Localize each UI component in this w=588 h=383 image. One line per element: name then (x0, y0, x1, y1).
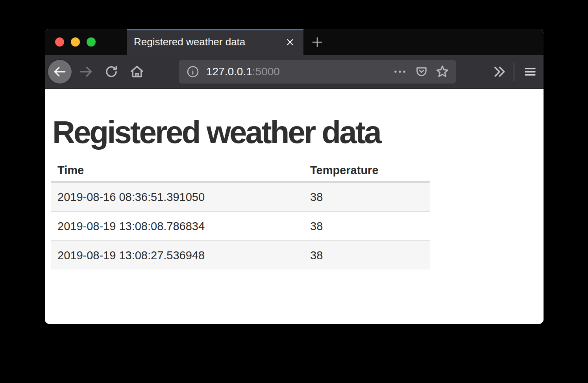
back-button[interactable] (47, 59, 72, 84)
page-content: Registered weather data Time Temperature… (45, 89, 544, 324)
column-header-time: Time (51, 157, 304, 182)
temperature-cell: 38 (304, 182, 430, 212)
site-info-button[interactable] (186, 65, 200, 79)
temperature-cell: 38 (304, 212, 430, 241)
tab-strip: Registered weather data (45, 29, 544, 55)
table-row: 2019-08-19 13:08:27.536948 38 (51, 241, 430, 270)
chevron-double-right-icon (492, 64, 507, 80)
page-actions-button[interactable] (392, 64, 408, 79)
url-port: :5000 (252, 65, 280, 78)
home-icon (129, 64, 145, 80)
reload-button[interactable] (104, 64, 119, 79)
overflow-menu-button[interactable] (491, 64, 508, 80)
page-title: Registered weather data (52, 116, 544, 149)
weather-table: Time Temperature 2019-08-16 08:36:51.391… (51, 157, 430, 270)
time-cell: 2019-08-16 08:36:51.391050 (51, 182, 304, 212)
browser-tab[interactable]: Registered weather data (127, 29, 303, 55)
new-tab-button[interactable] (309, 33, 326, 51)
arrow-right-icon (78, 64, 94, 80)
plus-icon (310, 35, 324, 49)
hamburger-icon (523, 64, 538, 79)
table-row: 2019-08-16 08:36:51.391050 38 (51, 182, 430, 212)
info-icon (186, 65, 200, 79)
star-icon (435, 64, 450, 80)
temperature-cell: 38 (304, 241, 430, 270)
tab-close-button[interactable] (282, 34, 298, 50)
tab-title: Registered weather data (134, 36, 282, 48)
arrow-left-icon (52, 64, 67, 79)
bookmark-star-button[interactable] (434, 64, 451, 80)
app-menu-button[interactable] (522, 64, 538, 79)
minimize-window-button[interactable] (71, 37, 80, 46)
navigation-toolbar: 127.0.0.1:5000 (45, 55, 544, 89)
zoom-window-button[interactable] (87, 37, 96, 46)
url-text: 127.0.0.1:5000 (206, 65, 280, 78)
pocket-button[interactable] (414, 65, 429, 79)
column-header-temperature: Temperature (304, 157, 430, 182)
time-cell: 2019-08-19 13:08:08.786834 (51, 212, 304, 241)
ellipsis-icon (392, 64, 407, 79)
url-host: 127.0.0.1 (206, 65, 252, 78)
reload-icon (104, 64, 119, 79)
table-header-row: Time Temperature (51, 157, 430, 182)
table-row: 2019-08-19 13:08:08.786834 38 (51, 212, 430, 241)
browser-window: Registered weather data (45, 29, 544, 324)
url-bar[interactable]: 127.0.0.1:5000 (179, 60, 456, 84)
close-icon (285, 37, 295, 47)
time-cell: 2019-08-19 13:08:27.536948 (51, 241, 304, 270)
forward-button[interactable] (78, 64, 94, 80)
home-button[interactable] (129, 64, 145, 80)
pocket-icon (414, 65, 429, 79)
toolbar-separator (514, 63, 514, 81)
close-window-button[interactable] (55, 37, 64, 46)
window-controls (45, 29, 127, 55)
